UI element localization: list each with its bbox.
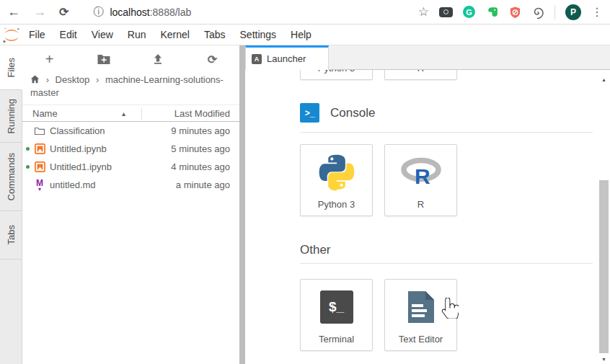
sidebar-tab-files-label: Files xyxy=(6,58,17,77)
breadcrumb-separator: › xyxy=(46,74,49,85)
main-dock-panel: A Launcher Python 3 R >_ Console xyxy=(245,45,610,364)
screen-recorder-extension-icon[interactable] xyxy=(439,7,453,17)
console-section-header: >_ Console xyxy=(300,103,375,123)
launcher-card-console-r[interactable]: R R xyxy=(384,144,457,216)
file-name: Untitled1.ipynb xyxy=(50,161,146,172)
file-modified: 5 minutes ago xyxy=(146,143,239,154)
card-label: Terminal xyxy=(319,334,354,350)
back-icon[interactable]: ← xyxy=(7,4,20,19)
breadcrumb-desktop[interactable]: Desktop xyxy=(56,74,90,85)
notebook-icon xyxy=(34,143,45,155)
other-cards-row: $_ Terminal xyxy=(300,279,457,351)
left-sidebar: Files Running Commands Tabs xyxy=(0,45,22,364)
scrollbar-thumb[interactable] xyxy=(599,180,609,353)
reload-icon[interactable]: ⟳ xyxy=(59,5,68,19)
file-name: untitled.md xyxy=(50,179,146,190)
card-label: Text Editor xyxy=(399,334,443,350)
file-row-untitled-ipynb[interactable]: Untitled.ipynb 5 minutes ago xyxy=(22,140,239,158)
sidebar-tab-tabs[interactable]: Tabs xyxy=(0,211,22,259)
console-section-title: Console xyxy=(330,106,375,120)
notebook-icon xyxy=(34,161,45,173)
svg-text:R: R xyxy=(415,164,430,187)
column-header-name[interactable]: Name ▴ xyxy=(22,108,141,119)
browser-menu-icon[interactable]: ⋮ xyxy=(591,5,603,19)
info-icon[interactable]: ⓘ xyxy=(93,6,103,19)
tab-launcher[interactable]: A Launcher xyxy=(245,45,329,70)
menu-tabs[interactable]: Tabs xyxy=(197,29,233,40)
evernote-extension-icon[interactable] xyxy=(485,6,498,19)
other-section-title: Other xyxy=(300,243,331,257)
card-label: R xyxy=(417,200,424,216)
toolbar-divider xyxy=(554,5,555,19)
r-logo-icon: R xyxy=(385,145,456,200)
sidebar-tab-running-label: Running xyxy=(6,99,17,133)
file-name: Classification xyxy=(50,125,146,136)
menu-settings[interactable]: Settings xyxy=(233,29,284,40)
dock-tabbar: A Launcher xyxy=(245,45,610,70)
spiral-extension-icon[interactable] xyxy=(531,6,544,19)
adblock-shield-extension-icon[interactable] xyxy=(508,6,521,19)
menu-view[interactable]: View xyxy=(84,29,120,40)
home-icon[interactable] xyxy=(30,75,40,84)
console-icon: >_ xyxy=(300,103,319,123)
file-modified: 9 minutes ago xyxy=(146,125,239,136)
launcher-card-console-python3[interactable]: Python 3 xyxy=(300,144,373,216)
menu-help[interactable]: Help xyxy=(283,29,319,40)
file-row-classification[interactable]: Classification 9 minutes ago xyxy=(22,122,239,140)
url-host: localhost xyxy=(110,6,149,18)
running-kernel-dot xyxy=(26,147,30,151)
card-label: R xyxy=(417,70,424,79)
refresh-icon: ⟳ xyxy=(208,53,217,66)
new-launcher-button[interactable]: + xyxy=(37,49,62,69)
sidebar-tab-commands[interactable]: Commands xyxy=(0,143,22,211)
new-folder-icon xyxy=(97,54,110,65)
address-bar[interactable]: ⓘ localhost:8888/lab xyxy=(93,6,191,19)
refresh-button[interactable]: ⟳ xyxy=(200,49,224,69)
file-name: Untitled.ipynb xyxy=(50,143,146,154)
mouse-cursor-hand xyxy=(441,298,459,319)
file-browser-panel: + ⟳ › Desktop › machine-Learning-solutio… xyxy=(22,45,239,364)
breadcrumb: › Desktop › machine-Learning-solutions-m… xyxy=(22,73,231,102)
workspace: Files Running Commands Tabs + xyxy=(0,45,610,364)
launcher-card-notebook-python3-clipped[interactable]: Python 3 xyxy=(300,70,373,80)
profile-avatar[interactable]: P xyxy=(565,4,581,20)
section-divider xyxy=(300,263,593,264)
forward-icon: → xyxy=(33,4,46,19)
column-divider xyxy=(141,108,142,120)
scroll-down-icon[interactable]: ▼ xyxy=(598,357,609,362)
browser-toolbar: ← → ⟳ ⓘ localhost:8888/lab ☆ G P ⋮ xyxy=(0,0,610,25)
new-folder-button[interactable] xyxy=(92,49,116,69)
panel-splitter[interactable] xyxy=(239,45,245,364)
terminal-icon: $_ xyxy=(320,290,353,324)
file-row-untitled1-ipynb[interactable]: Untitled1.ipynb 4 minutes ago xyxy=(22,158,239,176)
menu-kernel[interactable]: Kernel xyxy=(153,29,196,40)
upload-button[interactable] xyxy=(146,49,170,69)
sidebar-tab-running[interactable]: Running xyxy=(0,90,22,143)
grammarly-extension-icon[interactable]: G xyxy=(463,6,475,18)
launcher-card-terminal[interactable]: $_ Terminal xyxy=(300,279,373,351)
file-row-untitled-md[interactable]: M▾ untitled.md a minute ago xyxy=(22,176,239,194)
section-divider xyxy=(300,132,593,133)
bookmark-star-icon[interactable]: ☆ xyxy=(418,4,429,19)
menu-file[interactable]: File xyxy=(22,29,53,40)
file-browser-toolbar: + ⟳ xyxy=(22,45,239,73)
launcher-scrollbar[interactable]: ▲ ▼ xyxy=(598,70,609,364)
other-section-header: Other xyxy=(300,243,331,257)
browser-actions: ☆ G P ⋮ xyxy=(418,4,603,20)
markdown-icon: M▾ xyxy=(34,179,45,191)
menu-run[interactable]: Run xyxy=(120,29,154,40)
menu-edit[interactable]: Edit xyxy=(53,29,84,40)
console-cards-row: Python 3 R R xyxy=(300,144,457,216)
sidebar-filler xyxy=(0,259,22,364)
jupyter-logo-icon xyxy=(2,26,21,48)
column-header-last-modified[interactable]: Last Modified xyxy=(141,108,239,119)
python-logo-icon xyxy=(301,145,372,200)
launcher-card-notebook-r-clipped[interactable]: R xyxy=(384,70,457,80)
launcher-tab-label: Launcher xyxy=(267,53,306,64)
sidebar-tab-files[interactable]: Files xyxy=(0,45,22,90)
scroll-up-icon[interactable]: ▲ xyxy=(598,77,609,82)
sidebar-tab-tabs-label: Tabs xyxy=(6,225,17,244)
file-modified: 4 minutes ago xyxy=(146,161,239,172)
file-list-header: Name ▴ Last Modified xyxy=(22,105,239,122)
card-label: Python 3 xyxy=(318,70,355,79)
